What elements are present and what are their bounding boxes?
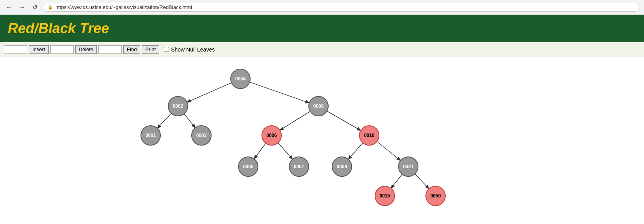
toolbar: Insert Delete Find Print Show Null Leave… (0, 42, 644, 57)
find-input[interactable] (98, 45, 122, 54)
svg-line-9 (349, 143, 363, 159)
lock-icon: 🔒 (48, 5, 53, 10)
browser-bar: ← → ↺ 🔒 https://www.cs.usfca.edu/~galles… (0, 0, 644, 15)
tree-node-0004[interactable]: 0004 (230, 69, 251, 89)
tree-node-0009[interactable]: 0009 (332, 156, 352, 177)
svg-line-11 (391, 174, 402, 188)
page-title: Red/Black Tree (8, 20, 109, 36)
back-button[interactable]: ← (4, 3, 14, 12)
show-null-checkbox[interactable] (164, 47, 169, 52)
find-button[interactable]: Find (123, 45, 140, 54)
svg-line-7 (254, 144, 266, 158)
svg-line-2 (250, 82, 309, 103)
url-text: https://www.cs.usfca.edu/~galles/visuali… (55, 4, 192, 10)
svg-line-10 (377, 142, 400, 160)
tree-node-0001[interactable]: 0001 (141, 125, 161, 146)
show-null-label: Show Null Leaves (164, 46, 215, 53)
tree-node-0002[interactable]: 0002 (168, 96, 188, 116)
svg-line-12 (415, 174, 429, 188)
tree-node-0008[interactable]: 0008 (308, 96, 329, 116)
insert-input[interactable] (4, 45, 27, 54)
show-null-text: Show Null Leaves (171, 46, 215, 53)
svg-line-3 (158, 114, 171, 128)
svg-line-5 (280, 112, 310, 130)
tree-svg (0, 57, 644, 224)
reload-button[interactable]: ↺ (30, 3, 39, 12)
print-button[interactable]: Print (142, 45, 159, 54)
insert-button[interactable]: Insert (29, 45, 49, 54)
svg-line-1 (187, 83, 231, 102)
tree-canvas: 0004000200080001000300060010000500070009… (0, 57, 644, 224)
delete-button[interactable]: Delete (75, 45, 97, 54)
delete-input[interactable] (50, 45, 74, 54)
tree-node-0006[interactable]: 0006 (262, 125, 282, 146)
tree-node-0005[interactable]: 0005 (238, 156, 258, 177)
tree-node-0021[interactable]: 0021 (398, 156, 418, 177)
app-header: Red/Black Tree (0, 15, 644, 42)
svg-line-4 (184, 114, 195, 127)
address-bar[interactable]: 🔒 https://www.cs.usfca.edu/~galles/visua… (43, 3, 640, 12)
tree-node-0015[interactable]: 0015 (375, 186, 395, 206)
tree-node-0050[interactable]: 0050 (425, 186, 446, 206)
forward-button[interactable]: → (17, 3, 27, 12)
tree-node-0007[interactable]: 0007 (289, 156, 309, 177)
tree-node-0010[interactable]: 0010 (359, 125, 379, 146)
svg-line-6 (327, 111, 361, 130)
svg-line-8 (278, 143, 292, 159)
tree-node-0003[interactable]: 0003 (191, 125, 212, 146)
